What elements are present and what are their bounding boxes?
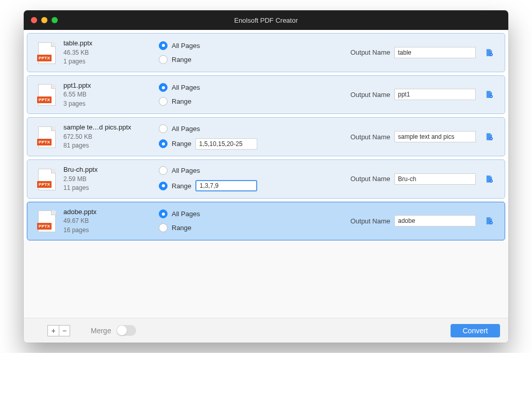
range-option[interactable]: Range: [159, 97, 282, 106]
range-label: Range: [172, 140, 191, 148]
all-pages-label: All Pages: [172, 210, 200, 218]
convert-button[interactable]: Convert: [451, 324, 500, 337]
all-pages-radio[interactable]: [159, 124, 168, 133]
merge-control: Merge: [91, 325, 136, 336]
output-name-input[interactable]: [394, 131, 476, 142]
file-name: Bru-ch.pptx: [63, 165, 159, 175]
all-pages-radio[interactable]: [159, 41, 168, 50]
output-name-label: Output Name: [351, 217, 390, 225]
range-radio[interactable]: [159, 223, 168, 232]
file-meta: Bru-ch.pptx 2.59 MB 11 pages: [63, 165, 159, 193]
page-range-group: All Pages Range: [159, 41, 282, 64]
range-label: Range: [172, 98, 191, 105]
row-settings-icon[interactable]: [482, 216, 496, 225]
file-badge: PPTX: [37, 139, 52, 145]
all-pages-label: All Pages: [172, 167, 200, 174]
file-row[interactable]: PPTX table.pptx 46.35 KB 1 pages All Pag…: [27, 33, 505, 72]
file-pages: 11 pages: [63, 184, 159, 192]
row-settings-icon[interactable]: [482, 132, 496, 141]
file-name: ppt1.pptx: [63, 81, 159, 91]
file-row[interactable]: PPTX adobe.pptx 49.67 KB 16 pages All Pa…: [27, 202, 505, 241]
svg-point-5: [491, 138, 492, 139]
merge-label: Merge: [91, 327, 111, 335]
range-option[interactable]: Range: [159, 180, 282, 191]
file-size: 46.35 KB: [63, 48, 159, 57]
svg-point-3: [491, 96, 492, 97]
file-list: PPTX table.pptx 46.35 KB 1 pages All Pag…: [24, 30, 508, 240]
page-range-group: All Pages Range: [159, 83, 282, 106]
all-pages-radio[interactable]: [159, 166, 168, 175]
file-badge: PPTX: [37, 223, 52, 230]
range-label: Range: [172, 182, 191, 190]
row-settings-icon[interactable]: [482, 90, 496, 99]
file-name: table.pptx: [63, 39, 159, 48]
all-pages-radio[interactable]: [159, 209, 168, 218]
file-badge: PPTX: [37, 96, 52, 103]
output-name-input[interactable]: [394, 173, 476, 185]
all-pages-option[interactable]: All Pages: [159, 124, 282, 133]
file-badge: PPTX: [37, 181, 52, 188]
all-pages-option[interactable]: All Pages: [159, 209, 282, 218]
range-option[interactable]: Range: [159, 55, 282, 64]
range-option[interactable]: Range: [159, 223, 282, 232]
all-pages-option[interactable]: All Pages: [159, 83, 282, 92]
range-radio[interactable]: [159, 55, 168, 64]
range-radio[interactable]: [159, 97, 168, 106]
range-label: Range: [172, 56, 191, 63]
titlebar: Enolsoft PDF Creator: [24, 10, 508, 30]
output-name-label: Output Name: [351, 48, 390, 56]
app-window: Enolsoft PDF Creator PPTX table.pptx 46.…: [24, 10, 508, 343]
output-name-group: Output Name: [351, 47, 476, 58]
output-name-input[interactable]: [394, 47, 476, 58]
file-name: adobe.pptx: [63, 207, 159, 217]
page-range-group: All Pages Range: [159, 209, 282, 232]
add-remove-group: + −: [47, 325, 70, 336]
page-range-group: All Pages Range: [159, 166, 282, 191]
file-type-icon: PPTX: [36, 83, 58, 106]
file-type-icon: PPTX: [36, 209, 58, 232]
output-name-group: Output Name: [351, 89, 476, 100]
file-type-icon: PPTX: [36, 41, 58, 64]
all-pages-radio[interactable]: [159, 83, 168, 92]
output-name-label: Output Name: [351, 133, 390, 141]
range-label: Range: [172, 224, 191, 232]
output-name-label: Output Name: [351, 91, 390, 99]
page-range-group: All Pages Range: [159, 124, 282, 150]
svg-point-7: [491, 180, 492, 181]
file-row[interactable]: PPTX ppt1.pptx 6.55 MB 3 pages All Pages…: [27, 75, 505, 115]
file-size: 49.67 KB: [63, 217, 159, 225]
file-pages: 16 pages: [63, 226, 159, 235]
file-row[interactable]: PPTX Bru-ch.pptx 2.59 MB 11 pages All Pa…: [27, 159, 505, 199]
range-radio[interactable]: [159, 182, 168, 190]
file-size: 6.55 MB: [63, 90, 159, 99]
window-title: Enolsoft PDF Creator: [24, 17, 508, 24]
file-size: 672.50 KB: [63, 133, 159, 141]
remove-file-button[interactable]: −: [59, 325, 70, 336]
range-option[interactable]: Range: [159, 138, 282, 150]
toggle-knob: [117, 326, 127, 335]
file-meta: sample te…d pics.pptx 672.50 KB 81 pages: [63, 123, 159, 151]
all-pages-label: All Pages: [172, 84, 200, 91]
row-settings-icon[interactable]: [482, 48, 496, 57]
output-name-input[interactable]: [394, 89, 476, 100]
file-meta: ppt1.pptx 6.55 MB 3 pages: [63, 81, 159, 109]
row-settings-icon[interactable]: [482, 174, 496, 184]
add-file-button[interactable]: +: [47, 325, 59, 336]
range-input[interactable]: [195, 180, 257, 191]
all-pages-option[interactable]: All Pages: [159, 41, 282, 50]
file-pages: 3 pages: [63, 100, 159, 108]
range-input[interactable]: [195, 138, 257, 150]
file-badge: PPTX: [37, 55, 52, 61]
output-name-input[interactable]: [394, 215, 476, 226]
all-pages-option[interactable]: All Pages: [159, 166, 282, 175]
file-type-icon: PPTX: [36, 168, 58, 190]
merge-toggle[interactable]: [117, 325, 136, 336]
all-pages-label: All Pages: [172, 42, 200, 50]
all-pages-label: All Pages: [172, 125, 200, 133]
output-name-group: Output Name: [351, 215, 476, 226]
file-type-icon: PPTX: [36, 125, 58, 148]
file-meta: table.pptx 46.35 KB 1 pages: [63, 39, 159, 67]
output-name-group: Output Name: [351, 131, 476, 142]
file-row[interactable]: PPTX sample te…d pics.pptx 672.50 KB 81 …: [27, 117, 505, 156]
range-radio[interactable]: [159, 139, 168, 148]
